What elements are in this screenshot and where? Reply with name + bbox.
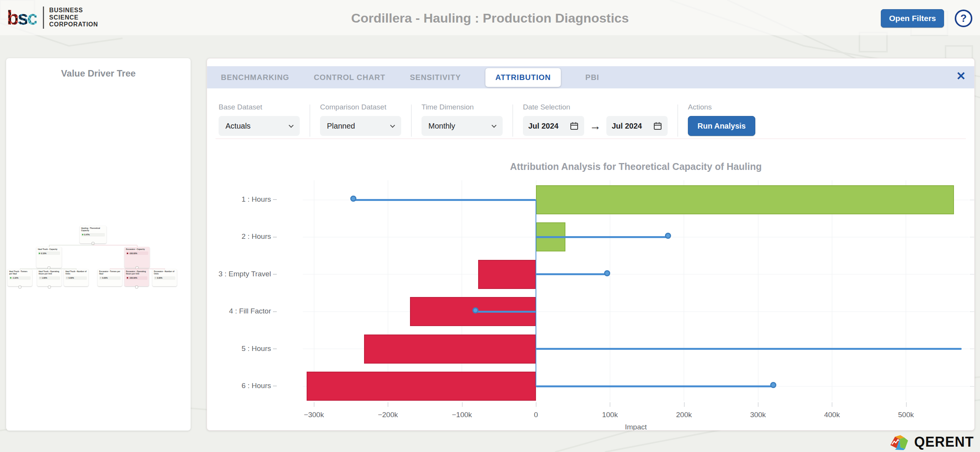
open-filters-button[interactable]: Open Filters [881, 9, 944, 28]
zero-baseline [536, 200, 536, 386]
base-dataset-select[interactable]: Actuals [219, 116, 300, 136]
x-axis-title: Impact [303, 423, 969, 431]
tree-connector [20, 269, 76, 269]
y-axis-tick [273, 386, 277, 386]
tree-node-root[interactable]: Hauling - Theoretical Capacity0.47% [80, 226, 106, 243]
tree-node-label: Haul Truck - Operating Hours per Unit [39, 270, 60, 275]
impact-bar-5[interactable] [364, 335, 536, 364]
close-icon[interactable]: ✕ [956, 69, 966, 83]
status-dot-icon [127, 277, 128, 279]
company-logo: bsc BUSINESS SCIENCE CORPORATION [7, 7, 98, 29]
right-axis-tick [970, 237, 974, 237]
y-category-label: 6 : Hours [207, 382, 277, 390]
tree-expander-icon[interactable] [18, 286, 21, 289]
status-dot-icon [39, 253, 40, 254]
gridline-horizontal [303, 312, 969, 312]
x-axis-tick [388, 402, 388, 407]
tree-node-value: -1.10% [12, 277, 18, 279]
tree-expander-icon[interactable] [48, 286, 51, 289]
lollipop-marker-6[interactable] [770, 382, 776, 388]
x-tick-label: 200k [676, 411, 692, 419]
company-name: BUSINESS SCIENCE CORPORATION [49, 7, 98, 28]
comparison-dataset-select[interactable]: Planned [320, 116, 401, 136]
tree-node-leaf-3[interactable]: Haul Truck - Number of Units0.00% [64, 269, 88, 286]
base-dataset-value: Actuals [225, 122, 251, 131]
impact-bar-6[interactable] [307, 372, 536, 401]
value-driver-tree-diagram: Hauling - Theoretical Capacity0.47%Haul … [6, 58, 191, 431]
lollipop-stem-5 [536, 348, 962, 350]
x-axis-tick [462, 402, 462, 407]
x-tick-label: −100k [452, 411, 472, 419]
tree-node-value-row: 0.00% [154, 276, 175, 280]
y-axis-tick [273, 274, 277, 274]
filter-divider [513, 104, 513, 137]
x-axis-tick [684, 402, 684, 407]
chevron-down-icon [289, 123, 294, 128]
y-axis-tick [273, 237, 277, 237]
tree-node-child-right[interactable]: Excavator - Capacity-100.00% [124, 247, 150, 268]
y-category-label: 5 : Hours [207, 344, 277, 353]
tree-connector [137, 269, 137, 269]
value-driver-tree-panel: Value Driver Tree Hauling - Theoretical … [6, 58, 191, 431]
tree-node-label: Excavator - Number of Units [154, 270, 175, 275]
end-date-field[interactable]: Jul 2024 [606, 116, 668, 136]
tree-node-label: Haul Truck - Number of Units [65, 270, 87, 275]
impact-bar-1[interactable] [536, 185, 954, 214]
tree-node-leaf-5[interactable]: Excavator - Operating Hours per Unit-100… [124, 269, 149, 286]
y-category-label: 3 : Empty Travel [207, 270, 277, 278]
tree-node-leaf-1[interactable]: Haul Truck - Tonnes per Haul-1.10% [8, 269, 32, 286]
time-dimension-select[interactable]: Monthly [421, 116, 503, 136]
time-dimension-group: Time Dimension Monthly [421, 103, 503, 140]
lollipop-stem-4 [477, 311, 536, 313]
tree-node-value: 0.10% [41, 252, 46, 255]
y-axis-tick [273, 349, 277, 349]
qerent-brand: QERENT [889, 434, 974, 450]
start-date-field[interactable]: Jul 2024 [523, 116, 584, 136]
run-analysis-button[interactable]: Run Analysis [688, 116, 755, 136]
gridline-vertical [462, 180, 462, 401]
tree-node-value: -100.00% [129, 252, 137, 255]
tree-node-value: 0.47% [84, 233, 90, 236]
y-axis-tick [273, 312, 277, 312]
x-axis-tick [610, 402, 610, 407]
tab-pbi[interactable]: PBI [585, 73, 599, 82]
actions-label: Actions [688, 103, 755, 111]
tree-node-leaf-2[interactable]: Haul Truck - Operating Hours per Unit1.0… [37, 269, 62, 286]
status-dot-icon [82, 234, 83, 235]
company-name-line: CORPORATION [49, 21, 98, 28]
tree-connector [49, 245, 49, 247]
date-selection-label: Date Selection [523, 103, 668, 111]
impact-bar-3[interactable] [478, 260, 536, 289]
comparison-dataset-value: Planned [327, 122, 355, 131]
comparison-dataset-group: Comparison Dataset Planned [320, 103, 401, 140]
tree-node-value-row: 0.00% [99, 276, 121, 280]
right-axis-tick [970, 200, 974, 200]
x-tick-label: 100k [602, 411, 618, 419]
status-dot-icon [155, 277, 156, 279]
chart-title: Attribution Analysis for Theoretical Cap… [303, 161, 969, 172]
tree-connector [49, 245, 93, 245]
status-dot-icon [66, 277, 68, 279]
x-axis-tick [536, 402, 536, 407]
tree-node-child-left[interactable]: Haul Truck - Capacity0.10% [36, 247, 62, 268]
x-axis-tick [906, 402, 906, 407]
tab-control-chart[interactable]: CONTROL CHART [314, 73, 385, 82]
x-tick-label: 0 [534, 411, 538, 419]
arrow-right-icon: → [590, 119, 601, 132]
tree-node-leaf-4[interactable]: Excavator - Tonnes per Haul0.00% [98, 269, 122, 286]
tree-node-value-row: 0.10% [38, 251, 60, 255]
lollipop-marker-1[interactable] [350, 196, 356, 202]
tab-sensitivity[interactable]: SENSITIVITY [410, 73, 461, 82]
tree-connector [165, 269, 165, 269]
tree-node-leaf-6[interactable]: Excavator - Number of Units0.00% [152, 269, 177, 286]
tab-attribution[interactable]: ATTRIBUTION [485, 68, 561, 87]
logo-divider [43, 7, 44, 29]
lollipop-marker-2[interactable] [665, 233, 671, 239]
chevron-down-icon [492, 123, 497, 128]
tree-node-value-row: 1.00% [39, 276, 60, 280]
tree-expander-icon[interactable] [135, 286, 138, 289]
tab-benchmarking[interactable]: BENCHMARKING [221, 73, 289, 82]
base-dataset-group: Base Dataset Actuals [219, 103, 300, 140]
tree-node-value-row: 0.00% [65, 276, 87, 280]
help-icon[interactable]: ? [955, 10, 972, 27]
